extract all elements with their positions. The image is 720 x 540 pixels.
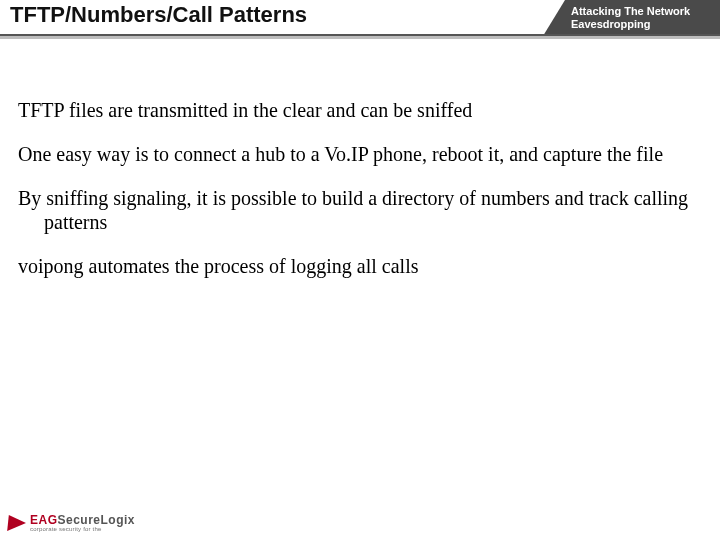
paragraph-3: By sniffing signaling, it is possible to… (18, 186, 714, 234)
footer-logo: EAGSecureLogix corporate security for th… (8, 513, 135, 532)
tag-slant (543, 0, 565, 36)
paragraph-4: voipong automates the process of logging… (18, 254, 714, 278)
logo-part1: EAG (30, 513, 58, 527)
slide-title: TFTP/Numbers/Call Patterns (10, 2, 307, 28)
paragraph-2: One easy way is to connect a hub to a Vo… (18, 142, 714, 166)
logo-icon (7, 515, 27, 531)
slide: TFTP/Numbers/Call Patterns Attacking The… (0, 0, 720, 540)
header-underline-shadow (0, 36, 720, 39)
paragraph-1: TFTP files are transmitted in the clear … (18, 98, 714, 122)
tag-line2: Eavesdropping (571, 18, 650, 30)
logo-part2: SecureLogix (58, 513, 136, 527)
body-text: TFTP files are transmitted in the clear … (18, 98, 714, 298)
logo-text: EAGSecureLogix (30, 513, 135, 527)
logo-text-block: EAGSecureLogix corporate security for th… (30, 513, 135, 532)
section-tag: Attacking The NetworkEavesdropping (543, 0, 720, 36)
tag-line1: Attacking The Network (571, 5, 690, 17)
header: TFTP/Numbers/Call Patterns Attacking The… (0, 0, 720, 36)
tag-text: Attacking The NetworkEavesdropping (565, 0, 720, 36)
